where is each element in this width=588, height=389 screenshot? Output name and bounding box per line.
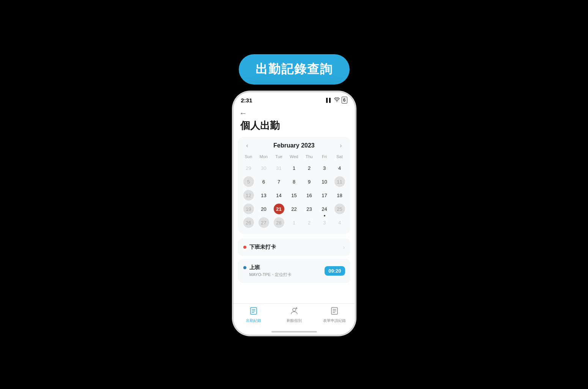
tab-icon-2 bbox=[330, 307, 339, 317]
calendar-header: ‹ February 2023 › bbox=[241, 141, 347, 154]
status-bar: 2:31 ▌▌ 6 bbox=[233, 92, 355, 106]
nav-back: ← bbox=[233, 106, 355, 118]
record-dot bbox=[243, 266, 246, 269]
svg-point-4 bbox=[293, 308, 296, 311]
tab-item-0[interactable]: 出勤紀錄 bbox=[233, 307, 274, 323]
calendar-day[interactable]: 18 bbox=[332, 188, 347, 202]
weekday-fri: Fri bbox=[317, 154, 332, 160]
calendar-day[interactable]: 15 bbox=[287, 188, 302, 202]
tab-label-2: 表單申請紀錄 bbox=[323, 318, 346, 323]
calendar-day[interactable]: 5 bbox=[241, 175, 256, 188]
calendar-day[interactable]: 4 bbox=[332, 216, 347, 229]
weekday-wed: Wed bbox=[287, 154, 302, 160]
records-section: 下班未打卡›上班MAYO-TPE・定位打卡09:20 bbox=[238, 238, 350, 303]
wifi-icon bbox=[334, 97, 340, 103]
chevron-right-icon: › bbox=[343, 244, 345, 250]
calendar-day[interactable]: 19 bbox=[241, 202, 256, 216]
weekday-thu: Thu bbox=[302, 154, 317, 160]
record-dot bbox=[243, 246, 246, 249]
calendar-day[interactable]: 24 bbox=[317, 202, 332, 216]
calendar-day[interactable]: 3 bbox=[317, 216, 332, 229]
tab-item-1[interactable]: 剩餘假別 bbox=[274, 307, 314, 323]
status-icons: ▌▌ 6 bbox=[326, 97, 347, 104]
home-indicator bbox=[271, 331, 317, 333]
calendar-day[interactable]: 9 bbox=[302, 175, 317, 188]
calendar-day[interactable]: 26 bbox=[241, 216, 256, 229]
calendar-day[interactable]: 10 bbox=[317, 175, 332, 188]
weekday-tue: Tue bbox=[271, 154, 287, 160]
record-item[interactable]: 下班未打卡› bbox=[238, 238, 350, 256]
calendar-day[interactable]: 16 bbox=[302, 188, 317, 202]
tab-item-2[interactable]: 表單申請紀錄 bbox=[314, 307, 355, 323]
calendar-day[interactable]: 12 bbox=[241, 188, 256, 202]
battery-icon: 6 bbox=[342, 97, 347, 104]
tab-icon-1 bbox=[290, 307, 298, 317]
calendar-day[interactable]: 1 bbox=[287, 161, 302, 175]
calendar-day[interactable]: 13 bbox=[256, 188, 271, 202]
calendar-day[interactable]: 2 bbox=[302, 216, 317, 229]
page-title: 個人出勤 bbox=[233, 118, 355, 137]
calendar-day[interactable]: 2 bbox=[302, 161, 317, 175]
calendar-day[interactable]: 8 bbox=[287, 175, 302, 188]
back-button[interactable]: ← bbox=[240, 109, 247, 117]
calendar-day[interactable]: 25 bbox=[332, 202, 347, 216]
page-wrapper: 出勤記錄查詢 2:31 ▌▌ 6 bbox=[226, 39, 363, 350]
calendar-prev-button[interactable]: ‹ bbox=[244, 141, 251, 150]
calendar-day[interactable]: 14 bbox=[271, 188, 287, 202]
calendar-day[interactable]: 23 bbox=[302, 202, 317, 216]
tab-label-1: 剩餘假別 bbox=[287, 318, 302, 323]
calendar-day[interactable]: 28 bbox=[271, 216, 287, 229]
record-right: › bbox=[343, 244, 345, 250]
calendar-day[interactable]: 17 bbox=[317, 188, 332, 202]
calendar-day[interactable]: 30 bbox=[256, 161, 271, 175]
record-time-badge: 09:20 bbox=[325, 266, 345, 276]
weekday-sun: Sun bbox=[241, 154, 256, 160]
status-time: 2:31 bbox=[241, 97, 252, 104]
record-item: 上班MAYO-TPE・定位打卡09:20 bbox=[238, 259, 350, 283]
calendar-container: ‹ February 2023 › Sun Mon Tue Wed Thu Fr… bbox=[238, 137, 350, 234]
record-label: 下班未打卡 bbox=[249, 244, 276, 251]
calendar-day[interactable]: 22 bbox=[287, 202, 302, 216]
calendar-weekdays: Sun Mon Tue Wed Thu Fri Sat bbox=[241, 154, 347, 160]
calendar-day[interactable]: 4 bbox=[332, 161, 347, 175]
calendar-day[interactable]: 29 bbox=[241, 161, 256, 175]
calendar-grid: 2930311234567891011121314151617181920212… bbox=[241, 161, 347, 229]
weekday-mon: Mon bbox=[256, 154, 271, 160]
calendar-day[interactable]: 11 bbox=[332, 175, 347, 188]
calendar-day[interactable]: 3 bbox=[317, 161, 332, 175]
signal-icon: ▌▌ bbox=[326, 98, 332, 102]
tab-label-0: 出勤紀錄 bbox=[246, 318, 261, 323]
record-right: 09:20 bbox=[325, 266, 345, 276]
calendar-day[interactable]: 31 bbox=[271, 161, 287, 175]
calendar-day[interactable]: 27 bbox=[256, 216, 271, 229]
weekday-sat: Sat bbox=[332, 154, 347, 160]
tab-icon-0 bbox=[249, 307, 258, 317]
record-label: 上班 bbox=[249, 264, 292, 271]
calendar-day[interactable]: 7 bbox=[271, 175, 287, 188]
record-sublabel: MAYO-TPE・定位打卡 bbox=[249, 272, 292, 278]
phone-shell: 2:31 ▌▌ 6 ← 個人出勤 bbox=[233, 92, 355, 335]
calendar-day[interactable]: 1 bbox=[287, 216, 302, 229]
tab-bar: 出勤紀錄剩餘假別表單申請紀錄 bbox=[233, 303, 355, 331]
screen: ← 個人出勤 ‹ February 2023 › Sun Mon Tue Wed… bbox=[233, 106, 355, 335]
calendar-next-button[interactable]: › bbox=[337, 141, 344, 150]
calendar-day[interactable]: 21 bbox=[271, 202, 287, 216]
calendar-day[interactable]: 6 bbox=[256, 175, 271, 188]
calendar-day[interactable]: 20 bbox=[256, 202, 271, 216]
calendar-month-title: February 2023 bbox=[273, 142, 315, 149]
header-badge: 出勤記錄查詢 bbox=[239, 54, 350, 85]
